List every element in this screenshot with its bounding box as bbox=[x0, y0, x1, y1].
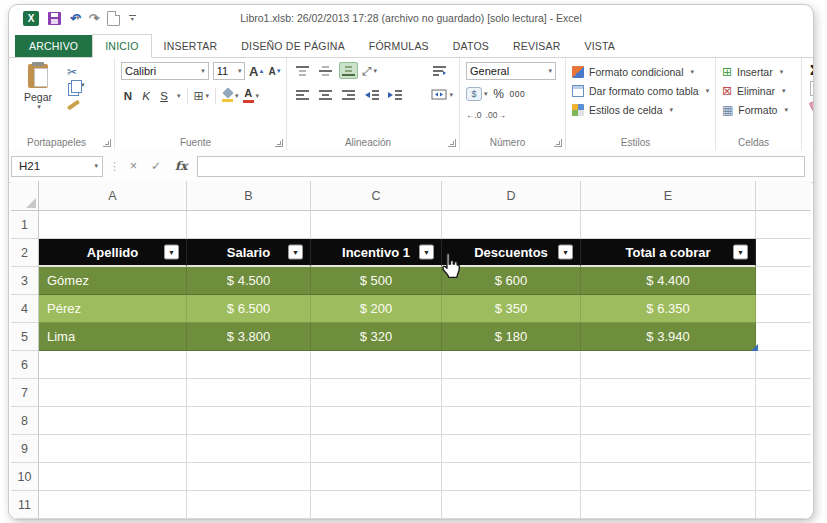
row-header-6[interactable]: 6 bbox=[11, 351, 39, 379]
copy-button[interactable]: ▾ bbox=[67, 81, 85, 96]
format-as-table-button[interactable]: Dar formato como tabla ▾ bbox=[572, 81, 711, 100]
row-header-1[interactable]: 1 bbox=[11, 211, 39, 239]
empty-cell[interactable] bbox=[187, 379, 311, 407]
cell-d5[interactable]: $ 180 bbox=[442, 323, 581, 351]
format-painter-icon[interactable] bbox=[67, 100, 80, 111]
column-header-b[interactable]: B bbox=[187, 181, 311, 211]
column-header-partial[interactable] bbox=[756, 181, 811, 211]
underline-button[interactable]: S bbox=[157, 87, 171, 104]
borders-button[interactable]: ⊞▾ bbox=[194, 87, 210, 104]
empty-cell[interactable] bbox=[581, 379, 756, 407]
alignment-dialog-launcher[interactable] bbox=[448, 139, 456, 147]
increase-decimal-icon[interactable]: ←.0 bbox=[466, 106, 482, 123]
bold-button[interactable]: N bbox=[121, 87, 135, 104]
clipboard-dialog-launcher[interactable] bbox=[103, 139, 111, 147]
empty-cell[interactable] bbox=[311, 435, 442, 463]
conditional-formatting-button[interactable]: Formato condicional ▾ bbox=[572, 62, 711, 81]
empty-cell[interactable] bbox=[311, 491, 442, 519]
autosum-button[interactable]: Σ bbox=[810, 62, 814, 78]
cancel-button[interactable]: × bbox=[126, 159, 141, 173]
fill-color-button[interactable]: ▾ bbox=[222, 87, 239, 104]
empty-cell[interactable] bbox=[756, 211, 811, 239]
empty-cell[interactable] bbox=[756, 379, 811, 407]
customize-qat-button[interactable]: ▾ bbox=[129, 15, 136, 21]
empty-cell[interactable] bbox=[581, 211, 756, 239]
cell-a3[interactable]: Gómez bbox=[39, 267, 187, 295]
decrease-indent-button[interactable] bbox=[362, 86, 381, 103]
row-header-10[interactable]: 10 bbox=[11, 463, 39, 491]
cell-b3[interactable]: $ 4.500 bbox=[187, 267, 311, 295]
align-bottom-button[interactable] bbox=[339, 62, 358, 79]
name-box[interactable]: H21 ▾ bbox=[11, 156, 103, 177]
number-dialog-launcher[interactable] bbox=[554, 139, 562, 147]
cell-c3[interactable]: $ 500 bbox=[311, 267, 442, 295]
empty-cell[interactable] bbox=[756, 491, 811, 519]
select-all-corner[interactable] bbox=[11, 181, 39, 211]
cell-e3[interactable]: $ 4.400 bbox=[581, 267, 756, 295]
wrap-text-button[interactable] bbox=[430, 62, 449, 79]
table-header-descuentos[interactable]: Descuentos▼ bbox=[442, 239, 581, 267]
tab-formulas[interactable]: FÓRMULAS bbox=[357, 35, 441, 57]
column-header-d[interactable]: D bbox=[442, 181, 581, 211]
filter-button-salario[interactable]: ▼ bbox=[288, 245, 303, 260]
empty-cell[interactable] bbox=[442, 435, 581, 463]
cell-d3[interactable]: $ 600 bbox=[442, 267, 581, 295]
empty-cell[interactable] bbox=[39, 491, 187, 519]
cell-b4[interactable]: $ 6.500 bbox=[187, 295, 311, 323]
empty-cell[interactable] bbox=[442, 407, 581, 435]
row-header-7[interactable]: 7 bbox=[11, 379, 39, 407]
merge-center-button[interactable]: ▾ bbox=[431, 86, 453, 103]
cell-b5[interactable]: $ 3.800 bbox=[187, 323, 311, 351]
tab-vista[interactable]: VISTA bbox=[573, 35, 628, 57]
font-name-combobox[interactable]: Calibri ▾ bbox=[121, 62, 209, 80]
align-top-button[interactable] bbox=[293, 62, 312, 79]
new-document-icon[interactable] bbox=[107, 11, 120, 26]
tab-diseno-de-pagina[interactable]: DISEÑO DE PÁGINA bbox=[229, 35, 357, 57]
empty-cell[interactable] bbox=[756, 435, 811, 463]
empty-cell[interactable] bbox=[311, 211, 442, 239]
empty-cell[interactable] bbox=[311, 463, 442, 491]
align-center-button[interactable] bbox=[316, 86, 335, 103]
shrink-font-button[interactable]: A▼ bbox=[268, 63, 282, 80]
formula-input[interactable] bbox=[197, 156, 805, 177]
empty-cell[interactable] bbox=[442, 463, 581, 491]
cell-styles-button[interactable]: Estilos de celda ▾ bbox=[572, 100, 711, 119]
empty-cell[interactable] bbox=[581, 351, 756, 379]
filter-button-apellido[interactable]: ▼ bbox=[164, 245, 179, 260]
tab-inicio[interactable]: INICIO bbox=[92, 34, 151, 58]
empty-cell[interactable] bbox=[581, 435, 756, 463]
font-dialog-launcher[interactable] bbox=[275, 139, 283, 147]
insert-function-button[interactable]: fx bbox=[171, 159, 191, 173]
empty-cell[interactable] bbox=[39, 407, 187, 435]
cell-a5[interactable]: Lima bbox=[39, 323, 187, 351]
empty-cell[interactable] bbox=[39, 463, 187, 491]
insert-cells-button[interactable]: ⊞ Insertar ▾ bbox=[722, 62, 797, 81]
column-header-c[interactable]: C bbox=[311, 181, 442, 211]
empty-cell[interactable] bbox=[756, 239, 811, 267]
empty-cell[interactable] bbox=[311, 407, 442, 435]
empty-cell[interactable] bbox=[187, 435, 311, 463]
column-header-a[interactable]: A bbox=[39, 181, 187, 211]
undo-button[interactable]: ↶▾ bbox=[70, 12, 79, 25]
cell-c5[interactable]: $ 320 bbox=[311, 323, 442, 351]
cell-e5[interactable]: $ 3.940 bbox=[581, 323, 756, 351]
number-format-combobox[interactable]: General ▾ bbox=[466, 62, 556, 80]
format-cells-button[interactable]: ▦ Formato ▾ bbox=[722, 100, 797, 119]
empty-cell[interactable] bbox=[187, 491, 311, 519]
decrease-decimal-icon[interactable]: .00→ bbox=[486, 106, 506, 123]
cell-c4[interactable]: $ 200 bbox=[311, 295, 442, 323]
save-icon[interactable] bbox=[48, 12, 61, 25]
empty-cell[interactable] bbox=[187, 351, 311, 379]
row-header-5[interactable]: 5 bbox=[11, 323, 39, 351]
table-header-salario[interactable]: Salario▼ bbox=[187, 239, 311, 267]
row-header-4[interactable]: 4 bbox=[11, 295, 39, 323]
grow-font-button[interactable]: A▲ bbox=[249, 63, 264, 80]
empty-cell[interactable] bbox=[442, 491, 581, 519]
font-size-combobox[interactable]: 11 ▾ bbox=[213, 62, 246, 80]
empty-cell[interactable] bbox=[756, 267, 811, 295]
filter-button-total[interactable]: ▼ bbox=[733, 245, 748, 260]
align-middle-button[interactable] bbox=[316, 62, 335, 79]
tab-revisar[interactable]: REVISAR bbox=[501, 35, 573, 57]
paste-button[interactable]: Pegar ▾ bbox=[15, 64, 61, 136]
table-header-apellido[interactable]: Apellido▼ bbox=[39, 239, 187, 267]
